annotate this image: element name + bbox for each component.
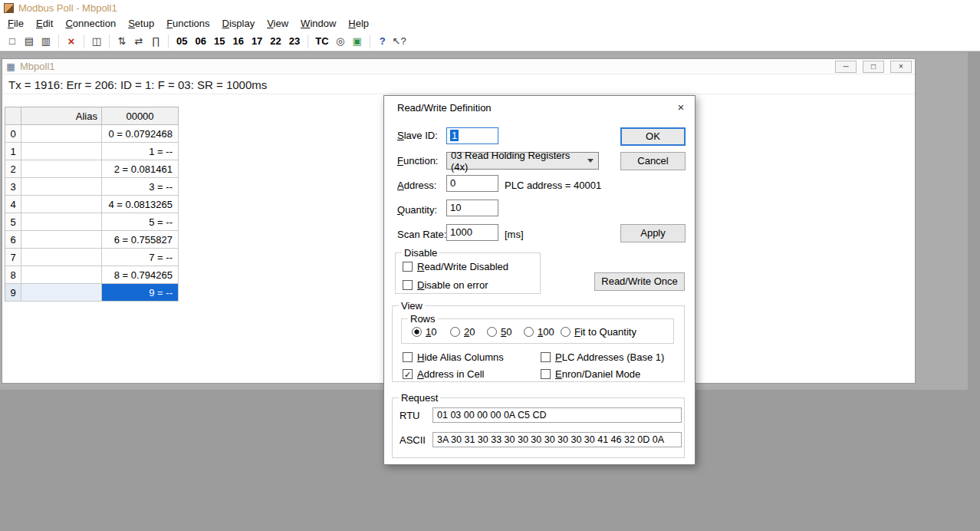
rows-50-radio[interactable]: 50 (487, 326, 511, 338)
function-code-17-button[interactable]: 17 (248, 35, 266, 47)
row-header-cell[interactable]: 3 (5, 178, 21, 196)
new-file-icon[interactable]: □ (4, 34, 21, 49)
test-center-icon[interactable]: ◎ (332, 34, 349, 49)
menu-functions[interactable]: Functions (160, 15, 215, 31)
read-write-definition-icon[interactable]: ⇅ (113, 34, 130, 49)
alias-cell[interactable] (21, 284, 102, 302)
alias-cell[interactable] (21, 231, 102, 249)
poll-status-line: Tx = 1916: Err = 206: ID = 1: F = 03: SR… (2, 76, 915, 94)
chevron-down-icon (587, 159, 594, 163)
row-header-cell[interactable]: 4 (5, 196, 21, 213)
toolbar-separator (109, 35, 110, 48)
row-header-cell[interactable]: 9 (5, 284, 21, 302)
value-cell[interactable]: 6 = 0.755827 (102, 231, 179, 249)
hide-alias-columns-checkbox[interactable]: Hide Alias Columns (403, 351, 504, 363)
menu-connection[interactable]: Connection (59, 15, 122, 31)
communication-traffic-icon[interactable]: ⇄ (130, 34, 147, 49)
function-generator-icon[interactable]: ∏ (147, 34, 164, 49)
ascii-request-field[interactable]: 3A 30 31 30 33 30 30 30 30 30 30 30 41 4… (432, 432, 682, 447)
read-write-disabled-checkbox[interactable]: Read/Write Disabled (403, 261, 508, 272)
scan-rate-field[interactable]: 1000 (446, 224, 498, 241)
rows-20-radio[interactable]: 20 (450, 326, 475, 338)
function-select[interactable]: 03 Read Holding Registers (4x) (446, 152, 599, 170)
context-help-icon[interactable]: ↖? (391, 34, 408, 49)
quantity-field[interactable]: 10 (446, 200, 498, 216)
hide-alias-columns-label: Hide Alias Columns (417, 351, 504, 363)
value-cell[interactable]: 3 = -- (102, 178, 179, 196)
print-icon[interactable]: ▥ (38, 34, 54, 49)
alias-cell[interactable] (21, 266, 102, 284)
value-cell[interactable]: 9 = -- (102, 284, 179, 302)
slave-id-field[interactable]: 1 (446, 127, 498, 144)
checkbox-icon (541, 352, 551, 362)
disconnect-icon[interactable]: × (63, 34, 80, 49)
menu-file[interactable]: File (2, 15, 30, 31)
ok-button[interactable]: OK (620, 127, 686, 146)
rows-20-label: 20 (464, 326, 475, 338)
minimize-button[interactable]: ─ (835, 61, 857, 73)
disable-on-error-checkbox[interactable]: Disable on error (403, 279, 488, 291)
rtu-request-field[interactable]: 01 03 00 00 00 0A C5 CD (432, 407, 682, 423)
menu-help[interactable]: Help (342, 15, 375, 31)
alias-cell[interactable] (21, 143, 102, 160)
address-in-cell-checkbox[interactable]: Address in Cell (403, 368, 484, 380)
alias-cell[interactable] (21, 160, 102, 178)
row-header-cell[interactable]: 8 (5, 266, 21, 284)
alias-cell[interactable] (21, 213, 102, 231)
row-header-cell[interactable]: 7 (5, 249, 21, 266)
rows-100-radio[interactable]: 100 (524, 326, 554, 338)
table-row: 4 4 = 0.0813265 (5, 196, 179, 213)
alias-cell[interactable] (21, 178, 102, 196)
function-code-23-button[interactable]: 23 (285, 35, 304, 47)
close-button[interactable]: × (890, 61, 912, 73)
alias-cell[interactable] (21, 249, 102, 266)
radio-icon (487, 327, 497, 337)
value-cell[interactable]: 4 = 0.0813265 (102, 196, 179, 213)
menu-display[interactable]: Display (216, 15, 261, 31)
rows-group-title: Rows (408, 313, 438, 325)
register-column-header: 00000 (102, 107, 179, 125)
restore-button[interactable]: □ (863, 61, 884, 73)
menu-view[interactable]: View (261, 15, 294, 31)
enron-daniel-mode-label: Enron/Daniel Mode (555, 368, 640, 380)
value-cell[interactable]: 1 = -- (102, 143, 179, 160)
function-code-06-button[interactable]: 06 (191, 35, 209, 47)
child-titlebar[interactable]: ▦ Mbpoll1 ─ □ × (2, 59, 915, 74)
tc-button[interactable]: TC (312, 35, 331, 47)
value-cell[interactable]: 7 = -- (102, 249, 179, 266)
open-file-icon[interactable]: ▤ (21, 34, 38, 49)
rows-50-label: 50 (501, 326, 511, 338)
menu-setup[interactable]: Setup (122, 15, 160, 31)
value-cell[interactable]: 5 = -- (102, 213, 179, 231)
read-write-once-button[interactable]: Read/Write Once (594, 272, 685, 291)
alias-cell[interactable] (21, 196, 102, 213)
enron-daniel-mode-checkbox[interactable]: Enron/Daniel Mode (541, 368, 640, 380)
function-code-15-button[interactable]: 15 (210, 35, 229, 47)
row-header-cell[interactable]: 6 (5, 231, 21, 249)
value-cell[interactable]: 2 = 0.081461 (102, 160, 179, 178)
row-header-cell[interactable]: 2 (5, 160, 21, 178)
menu-edit[interactable]: Edit (30, 15, 59, 31)
display-setup-icon[interactable]: ▣ (349, 34, 366, 49)
row-header-cell[interactable]: 1 (5, 143, 21, 160)
rows-10-radio[interactable]: 10 (412, 326, 436, 338)
value-cell[interactable]: 0 = 0.0792468 (102, 125, 179, 143)
dialog-close-icon[interactable]: × (672, 100, 690, 115)
row-header-cell[interactable]: 5 (5, 213, 21, 231)
apply-button[interactable]: Apply (620, 224, 686, 242)
alias-cell[interactable] (21, 125, 102, 143)
help-icon[interactable]: ? (374, 34, 391, 49)
menu-window[interactable]: Window (294, 15, 342, 31)
cancel-button[interactable]: Cancel (620, 152, 686, 170)
address-field[interactable]: 0 (446, 175, 498, 192)
radio-icon (450, 327, 460, 337)
plc-addresses-checkbox[interactable]: PLC Addresses (Base 1) (541, 351, 664, 363)
value-cell[interactable]: 8 = 0.794265 (102, 266, 179, 284)
fit-to-quantity-radio[interactable]: Fit to Quantity (561, 326, 636, 338)
function-code-05-button[interactable]: 05 (173, 35, 191, 47)
function-code-22-button[interactable]: 22 (266, 35, 284, 47)
table-row-selected: 9 9 = -- (5, 284, 179, 302)
setup-window-icon[interactable]: ◫ (88, 34, 105, 49)
row-header-cell[interactable]: 0 (5, 125, 21, 143)
function-code-16-button[interactable]: 16 (229, 35, 247, 47)
